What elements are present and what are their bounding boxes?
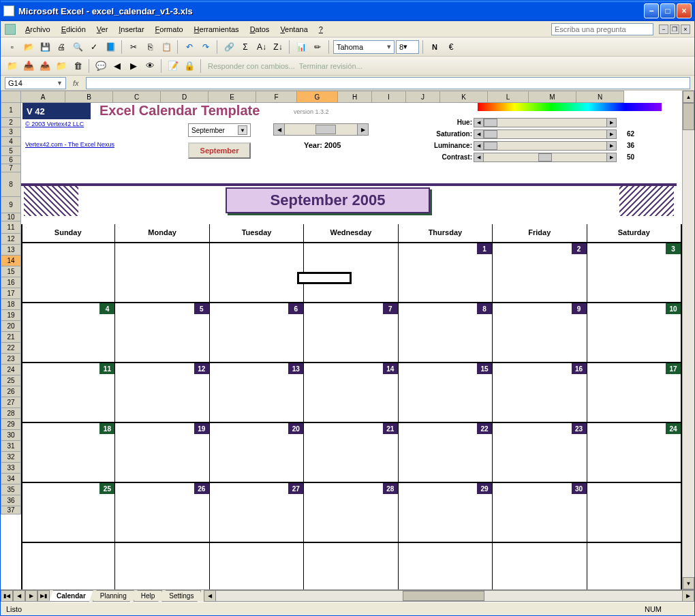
calendar-cell[interactable] (399, 543, 493, 589)
con-slider[interactable]: ◀▶ (474, 153, 617, 162)
calendar-cell[interactable]: 5 (115, 303, 209, 362)
row-header-11[interactable]: 11 (1, 221, 21, 234)
calendar-cell[interactable] (493, 543, 587, 589)
row-header-21[interactable]: 21 (1, 332, 21, 343)
calendar-cell[interactable]: 30 (493, 483, 587, 542)
row-header-30[interactable]: 30 (1, 430, 21, 441)
tab-prev-button[interactable]: ◀ (13, 590, 25, 602)
doc-minimize-button[interactable]: − (659, 25, 668, 34)
font-selector[interactable]: Tahoma▾ (333, 40, 395, 54)
calendar-cell[interactable]: 3 (587, 243, 682, 302)
calendar-cell[interactable] (587, 483, 682, 542)
row-header-17[interactable]: 17 (1, 288, 21, 299)
tab-next-button[interactable]: ▶ (25, 590, 37, 602)
calendar-cell[interactable] (210, 243, 304, 302)
folder-delete-icon[interactable]: 🗑 (70, 59, 85, 74)
row-header-33[interactable]: 33 (1, 463, 21, 474)
row-header-3[interactable]: 3 (1, 127, 21, 137)
autosum-icon[interactable]: Σ (238, 40, 253, 55)
new-icon[interactable]: ▫ (5, 40, 20, 55)
menu-herramientas[interactable]: Herramientas (189, 24, 245, 35)
save-icon[interactable]: 💾 (37, 40, 52, 55)
menu-insertar[interactable]: Insertar (113, 24, 149, 35)
select-all-button[interactable] (1, 91, 21, 103)
column-header-G[interactable]: G (297, 91, 338, 103)
chart-icon[interactable]: 📊 (294, 40, 309, 55)
column-header-M[interactable]: M (529, 91, 576, 103)
year-scrollbar[interactable]: ◀▶ (273, 123, 369, 136)
calendar-cell[interactable]: 11 (21, 363, 115, 422)
calendar-cell[interactable]: 10 (587, 303, 682, 362)
arrow-right-icon[interactable]: ▶ (606, 142, 616, 150)
preview-icon[interactable]: 🔍 (70, 40, 85, 55)
column-header-B[interactable]: B (65, 91, 113, 103)
sheet-tab-planning[interactable]: Planning (93, 590, 134, 602)
folder-icon[interactable]: 📁 (5, 59, 20, 74)
end-review-button[interactable]: Terminar revisión... (299, 62, 362, 70)
calendar-cell[interactable]: 27 (210, 483, 304, 542)
calendar-cell[interactable]: 28 (304, 483, 398, 542)
arrow-right-icon[interactable]: ▶ (682, 590, 694, 602)
column-header-H[interactable]: H (338, 91, 372, 103)
slider-thumb[interactable] (484, 142, 497, 150)
slider-thumb[interactable] (484, 130, 497, 138)
menu-edición[interactable]: Edición (56, 24, 91, 35)
column-header-F[interactable]: F (256, 91, 297, 103)
lum-slider[interactable]: ◀▶ (474, 141, 617, 151)
comment-next-icon[interactable]: ▶ (126, 59, 141, 74)
calendar-cell[interactable]: 17 (587, 363, 682, 422)
column-header-A[interactable]: A (21, 91, 65, 103)
folder-in-icon[interactable]: 📥 (21, 59, 36, 74)
sheet-tab-calendar[interactable]: Calendar (49, 590, 93, 602)
row-header-1[interactable]: 1 (1, 103, 21, 118)
arrow-left-icon[interactable]: ◀ (474, 142, 484, 150)
arrow-left-icon[interactable]: ◀ (474, 130, 484, 138)
arrow-up-icon[interactable]: ▲ (683, 91, 694, 103)
hue-slider[interactable]: ◀▶ (474, 118, 617, 127)
comment-prev-icon[interactable]: ◀ (110, 59, 125, 74)
generate-month-button[interactable]: September (188, 142, 251, 159)
row-header-26[interactable]: 26 (1, 386, 21, 397)
row-header-2[interactable]: 2 (1, 118, 21, 127)
row-header-15[interactable]: 15 (1, 266, 21, 277)
arrow-left-icon[interactable]: ◀ (474, 153, 484, 161)
slider-thumb[interactable] (484, 119, 497, 127)
arrow-right-icon[interactable]: ▶ (357, 124, 368, 135)
arrow-left-icon[interactable]: ◀ (204, 590, 216, 602)
month-dropdown[interactable]: September▼ (188, 123, 251, 137)
row-header-7[interactable]: 7 (1, 164, 21, 172)
copyright-link[interactable]: © 2003 Vertex42 LLC (25, 121, 84, 127)
column-header-C[interactable]: C (113, 91, 161, 103)
calendar-cell[interactable]: 15 (399, 363, 493, 422)
formula-input[interactable] (86, 77, 690, 89)
maximize-button[interactable]: □ (660, 3, 675, 18)
arrow-left-icon[interactable]: ◀ (474, 119, 484, 127)
calendar-cell[interactable]: 9 (493, 303, 587, 362)
row-header-14[interactable]: 14 (1, 256, 21, 266)
sheet-tab-settings[interactable]: Settings (161, 590, 201, 602)
print-icon[interactable]: 🖨 (54, 40, 69, 55)
calendar-cell[interactable] (115, 243, 209, 302)
arrow-right-icon[interactable]: ▶ (606, 119, 616, 127)
calendar-cell[interactable]: 23 (493, 423, 587, 482)
row-header-31[interactable]: 31 (1, 441, 21, 452)
calendar-cell[interactable]: 26 (115, 483, 209, 542)
drawing-icon[interactable]: ✏ (310, 40, 325, 55)
calendar-cell[interactable] (587, 543, 682, 589)
row-header-23[interactable]: 23 (1, 354, 21, 365)
row-header-22[interactable]: 22 (1, 343, 21, 354)
calendar-cell[interactable]: 2 (493, 243, 587, 302)
calendar-cell[interactable]: 4 (21, 303, 115, 362)
calendar-cell[interactable]: 1 (399, 243, 493, 302)
column-header-E[interactable]: E (208, 91, 256, 103)
row-header-12[interactable]: 12 (1, 234, 21, 245)
calendar-cell[interactable]: 24 (587, 423, 682, 482)
cut-icon[interactable]: ✂ (126, 40, 141, 55)
menu-ventana[interactable]: Ventana (275, 24, 313, 35)
arrow-right-icon[interactable]: ▶ (606, 153, 616, 161)
row-header-9[interactable]: 9 (1, 197, 21, 213)
column-header-J[interactable]: J (406, 91, 440, 103)
row-header-16[interactable]: 16 (1, 277, 21, 288)
arrow-down-icon[interactable]: ▼ (683, 577, 694, 589)
row-header-6[interactable]: 6 (1, 156, 21, 164)
